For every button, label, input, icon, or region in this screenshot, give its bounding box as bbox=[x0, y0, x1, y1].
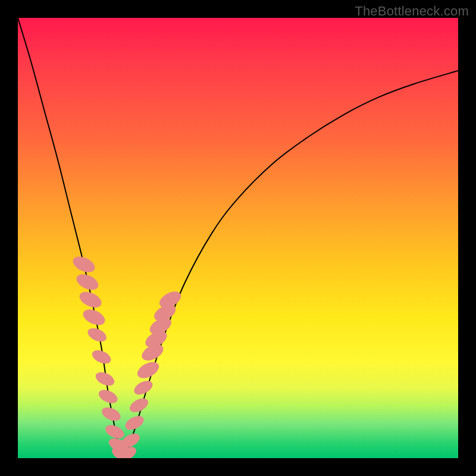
curve-marker bbox=[74, 271, 101, 293]
curve-marker bbox=[71, 253, 98, 275]
chart-svg bbox=[18, 18, 458, 458]
marker-cluster bbox=[71, 253, 184, 458]
curve-marker bbox=[127, 396, 151, 415]
watermark-text: TheBottleneck.com bbox=[355, 4, 469, 19]
curve-marker bbox=[134, 359, 161, 381]
curve-marker bbox=[132, 378, 155, 397]
chart-frame: TheBottleneck.com bbox=[0, 0, 476, 476]
plot-area bbox=[18, 18, 458, 458]
bottleneck-curve bbox=[18, 18, 458, 458]
curve-marker bbox=[86, 325, 109, 345]
